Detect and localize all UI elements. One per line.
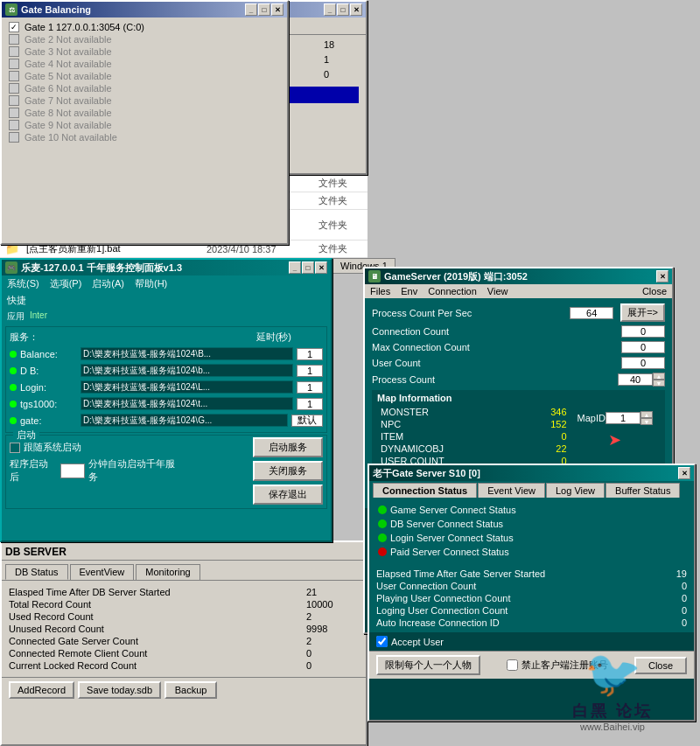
gs-spin-buttons: ▲ ▼ [653, 373, 665, 387]
gate-4-label: Gate 4 Not available [24, 59, 112, 69]
gs-map-value-2: 0 [523, 431, 567, 442]
db-save-btn[interactable]: Save today.sdb [78, 681, 161, 699]
start-service-btn[interactable]: 启动服务 [253, 437, 323, 457]
gs-spin-down[interactable]: ▼ [653, 380, 665, 387]
gate-8-checkbox[interactable] [9, 108, 19, 118]
startup-buttons: 启动服务 关闭服务 保存退出 [253, 437, 323, 505]
db-add-record-btn[interactable]: AddRecord [9, 681, 74, 699]
gate-delay[interactable] [291, 415, 323, 427]
gate-close-btn[interactable]: ✕ [271, 3, 284, 16]
gs-close-btn[interactable]: Close [642, 286, 667, 296]
gs-menu-env[interactable]: Env [401, 286, 417, 296]
ctrl-service-tgs: tgs1000: [10, 395, 323, 412]
balance-delay[interactable] [297, 348, 323, 360]
gs-stat-label-2: Max Connection Count [372, 342, 621, 352]
gs-menu-connection[interactable]: Connection [428, 286, 477, 296]
gs-spin-up[interactable]: ▲ [653, 373, 665, 380]
gate-3-checkbox[interactable] [9, 46, 19, 57]
gate-10-checkbox[interactable] [9, 132, 19, 143]
gs2-close-x[interactable]: ✕ [678, 467, 690, 479]
sdb-stat-value-0: 18 [324, 39, 359, 52]
gate-7-label: Gate 7 Not available [24, 95, 112, 106]
gs-mapid-value[interactable] [606, 412, 640, 424]
gs2-content: Game Server Connect Status DB Server Con… [369, 498, 694, 564]
explorer-type-1: 文件夹 [318, 194, 362, 207]
gs2-stat-value-1: 0 [652, 593, 687, 603]
gs2-tab-connection[interactable]: Connection Status [373, 483, 477, 498]
startup-label: 启动 [13, 429, 39, 442]
maximize-btn[interactable]: □ [337, 3, 349, 16]
gate-titlebar: ⚖ Gate Balancing _ □ ✕ [2, 2, 287, 17]
gate-3-label: Gate 3 Not available [24, 46, 112, 57]
gate-5-checkbox[interactable] [9, 71, 19, 81]
gate-item-2: Gate 2 Not available [9, 33, 280, 45]
ctrl-menu-help[interactable]: 帮助(H) [135, 277, 167, 290]
gate-2-checkbox[interactable] [9, 34, 19, 45]
gate-minimize-btn[interactable]: _ [245, 3, 257, 16]
db-stat-locked: Current Locked Record Count 0 [9, 659, 359, 672]
db-input[interactable] [80, 364, 293, 377]
gs2-accept-checkbox[interactable] [376, 636, 388, 647]
gs2-tab-buffer[interactable]: Buffer Status [606, 483, 680, 498]
minimize-btn[interactable]: _ [324, 3, 336, 16]
gate-maximize-btn[interactable]: □ [258, 3, 270, 16]
gs-menu-files[interactable]: Files [370, 286, 390, 296]
db-stat-elapsed: Elasped Time After DB Server Started 21 [9, 586, 359, 598]
ctrl-menu-options[interactable]: 选项(P) [50, 277, 82, 290]
db-tab-event[interactable]: EventView [70, 564, 135, 580]
ctrl-app-label: 应用 [7, 310, 24, 323]
gate-7-checkbox[interactable] [9, 95, 19, 106]
gate-4-checkbox[interactable] [9, 59, 19, 69]
db-tab-monitor[interactable]: Monitoring [136, 564, 200, 580]
tgs-delay[interactable] [297, 398, 323, 410]
gate-9-checkbox[interactable] [9, 120, 19, 130]
auto-startup-checkbox[interactable] [10, 443, 20, 453]
login-delay[interactable] [297, 381, 323, 394]
gate-service-input[interactable] [80, 414, 288, 427]
gs2-restrict-btn[interactable]: 限制每个人一个人物 [376, 655, 480, 675]
ctrl-maximize-btn[interactable]: □ [302, 261, 314, 274]
balance-input[interactable] [80, 347, 293, 360]
gs2-tab-event[interactable]: Event View [478, 483, 545, 498]
gs-mapid-label: MapID [578, 413, 606, 423]
gs-mapid-up[interactable]: ▲ [640, 411, 653, 418]
gate-1-checkbox[interactable]: ✓ [9, 22, 19, 32]
gs-close-x[interactable]: ✕ [656, 270, 668, 282]
gs-map-value-1: 152 [523, 419, 567, 429]
gs-map-label-2: ITEM [381, 431, 523, 442]
db-backup-btn[interactable]: Backup [164, 681, 217, 699]
save-exit-btn[interactable]: 保存退出 [253, 485, 323, 505]
login-input[interactable] [80, 380, 293, 394]
ctrl-service-db: D B: [10, 362, 323, 379]
ctrl-minimize-btn[interactable]: _ [289, 261, 301, 274]
gate-service-label: gate: [20, 415, 77, 426]
tgs-input[interactable] [80, 397, 293, 410]
gs-map-label-3: DYNAMICOBJ [381, 443, 523, 454]
ctrl-menu-start[interactable]: 启动(A) [92, 277, 124, 290]
db-tab-status[interactable]: DB Status [5, 564, 68, 580]
ctrl-close-btn[interactable]: ✕ [315, 261, 327, 274]
timer-input[interactable] [60, 464, 85, 478]
gs-stat-label-3: User Count [372, 358, 621, 368]
gs-process-value[interactable] [618, 373, 653, 386]
gate-6-checkbox[interactable] [9, 83, 19, 94]
ctrl-menu-system[interactable]: 系统(S) [7, 277, 39, 290]
gs-menu-view[interactable]: View [487, 286, 508, 296]
stop-service-btn[interactable]: 关闭服务 [253, 461, 323, 481]
gs2-stat-2: Loging User Connection Count 0 [376, 604, 687, 617]
gate-8-label: Gate 8 Not available [24, 108, 112, 118]
close-btn[interactable]: ✕ [350, 3, 362, 16]
db-elapsed-value: 21 [306, 587, 359, 597]
db-delay[interactable] [297, 365, 323, 377]
db-unused-label: Unused Record Count [9, 624, 306, 634]
startup-left: 跟随系统启动 程序启动后 分钟自动启动千年服务 [10, 439, 183, 505]
gs2-tab-log[interactable]: Log View [546, 483, 605, 498]
gate-item-4: Gate 4 Not available [9, 58, 280, 70]
explorer-type-3: 文件夹 [318, 242, 362, 255]
db-stat-gate: Connected Gate Server Count 2 [9, 635, 359, 647]
ctrl-menu: 系统(S) 选项(P) 启动(A) 帮助(H) [2, 275, 331, 292]
gs-expand-btn[interactable]: 展开=> [620, 303, 665, 322]
gs-map-section: Map Information MONSTER 346 NPC 152 ITEM… [372, 390, 665, 471]
gs2-no-register-checkbox[interactable] [507, 659, 518, 671]
gs-mapid-down[interactable]: ▼ [640, 418, 653, 425]
